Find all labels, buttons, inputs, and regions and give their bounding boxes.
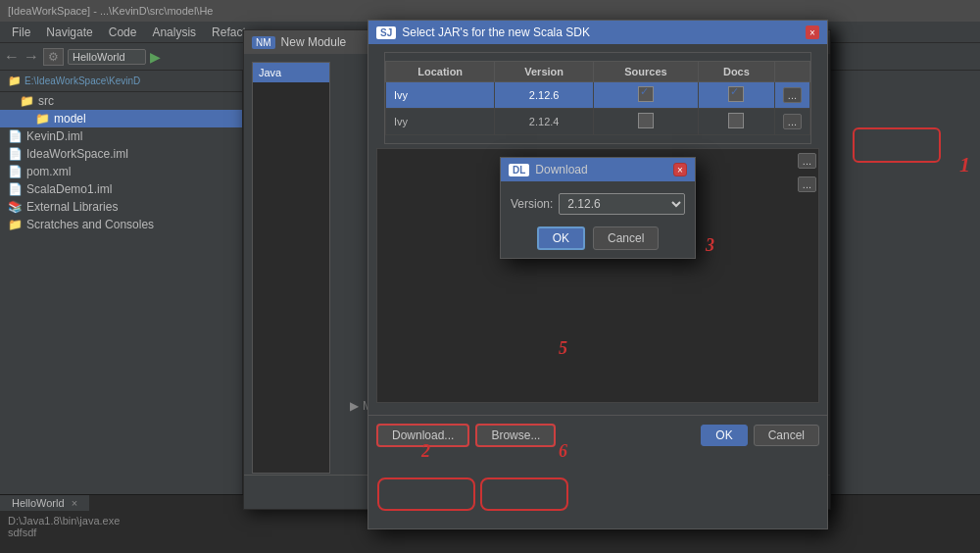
bottom-tab-label: HelloWorld [12,497,65,509]
dialog-download: DL Download × Version: 2.12.6 2.12.4 OK … [500,157,696,259]
select-jar-icon: SJ [376,26,396,39]
download-cancel-btn[interactable]: Cancel [593,226,659,250]
menu-code[interactable]: Code [101,24,145,41]
project-selector[interactable]: HelloWorld [68,49,146,65]
scratches-icon: 📁 [8,218,23,231]
tree-item-src[interactable]: 📁 src [0,92,242,110]
tree-item-label-src: src [38,94,54,108]
annotation-1: 1 [959,152,970,177]
kevind-file-icon: 📄 [8,129,23,143]
col-version: Version [495,62,594,82]
row1-sources-check[interactable] [638,86,654,102]
dialog-select-jar: SJ Select JAR's for the new Scala SDK × … [368,20,828,529]
jar-table-container: Location Version Sources Docs Ivy 2.12.6 [384,52,811,144]
model-folder-icon: 📁 [35,112,50,126]
select-jar-cancel-btn[interactable]: Cancel [754,425,819,446]
annotation-new-circle [853,127,941,163]
tree-item-label-ideaworkspace: IdeaWorkSpace.iml [26,147,128,161]
sidebar-project-label: 📁 [8,75,24,86]
tree-item-pom[interactable]: 📄 pom.xml [0,163,242,180]
download-buttons: OK Cancel [511,226,685,250]
row1-sources [593,82,698,109]
download-body: Version: 2.12.6 2.12.4 OK Cancel [501,181,695,258]
src-folder-icon: 📁 [20,94,34,108]
select-jar-close-btn[interactable]: × [806,25,819,39]
download-ok-btn[interactable]: OK [537,226,585,250]
col-actions [774,62,809,82]
sidebar-path: E:\IdeaWorkSpace\KevinD [24,75,140,86]
row1-docs-check[interactable] [728,86,744,102]
menu-analysis[interactable]: Analysis [144,24,204,41]
col-sources: Sources [593,62,698,82]
tree-item-scratches[interactable]: 📁 Scratches and Consoles [0,216,242,233]
back-icon[interactable]: ← [4,48,20,66]
menu-file[interactable]: File [4,24,38,41]
sidebar-header: 📁 E:\IdeaWorkSpace\KevinD [0,71,242,92]
ide-sidebar: 📁 E:\IdeaWorkSpace\KevinD 📁 src 📁 model … [0,71,243,553]
row2-ellipsis-btn[interactable]: ... [783,114,802,129]
build-icon[interactable]: ⚙ [43,48,64,66]
select-jar-title: Select JAR's for the new Scala SDK [402,25,590,39]
row1-location: Ivy [386,82,495,109]
row2-version: 2.12.4 [495,109,594,135]
download-title: Download [535,163,587,176]
tree-item-external-libs[interactable]: 📚 External Libraries [0,198,242,216]
tree-item-kevind[interactable]: 📄 KevinD.iml [0,127,242,145]
row1-version: 2.12.6 [495,82,594,109]
row1-docs [698,82,774,109]
tree-item-label-scalademo: ScalaDemo1.iml [26,182,112,196]
row1-ellipsis-btn[interactable]: ... [783,87,802,103]
ide-background: [IdeaWorkSpace] - ...\KevinD\src\model\H… [0,0,980,553]
select-jar-ok-btn[interactable]: OK [701,425,747,446]
menu-navigate[interactable]: Navigate [38,24,100,41]
row2-docs [698,109,774,135]
row2-location: Ivy [386,109,495,135]
pom-file-icon: 📄 [8,165,23,178]
download-version-row: Version: 2.12.6 2.12.4 [511,193,685,215]
tree-item-label-model: model [54,112,86,126]
new-module-title: New Module [281,35,347,49]
row2-actions: ... [774,109,809,135]
more-settings-arrow: ▶ [350,399,359,413]
select-jar-footer: Download... Browse... OK Cancel [368,415,827,455]
row2-sources-check[interactable] [638,113,654,128]
ide-title: [IdeaWorkSpace] - ...\KevinD\src\model\H… [8,5,214,17]
tree-item-scalademo[interactable]: 📄 ScalaDemo1.iml [0,180,242,198]
run-icon[interactable]: ▶ [150,49,161,65]
download-version-select[interactable]: 2.12.6 2.12.4 [559,193,685,215]
row2-sources [593,109,698,135]
module-type-java[interactable]: Java [253,63,329,82]
select-jar-titlebar: SJ Select JAR's for the new Scala SDK × [368,21,827,44]
jar-left-buttons: Download... Browse... [376,424,556,447]
tree-item-label-kevind: KevinD.iml [26,129,82,143]
tree-item-label-pom: pom.xml [26,165,71,178]
row2-docs-check[interactable] [728,113,744,128]
module-type-list: Java [252,62,330,474]
jar-table: Location Version Sources Docs Ivy 2.12.6 [385,61,810,135]
col-docs: Docs [698,62,774,82]
forward-icon[interactable]: → [24,48,39,66]
external-libs-icon: 📚 [8,200,23,214]
download-version-label: Version: [511,197,553,211]
download-close-btn[interactable]: × [673,163,687,176]
tree-item-label-scratches: Scratches and Consoles [26,218,154,231]
scalademo-file-icon: 📄 [8,182,23,196]
bottom-tab-helloworld[interactable]: HelloWorld × [0,495,90,511]
new-module-icon: NM [252,36,275,49]
tree-item-ideaworkspace[interactable]: 📄 IdeaWorkSpace.iml [0,145,242,163]
tree-item-label-external-libs: External Libraries [26,200,118,214]
jar-area-ellipsis2-btn[interactable]: ... [798,176,816,192]
download-icon: DL [509,164,529,176]
browse-btn[interactable]: Browse... [475,424,556,447]
download-titlebar: DL Download × [501,158,695,181]
row1-actions: ... [774,82,809,109]
table-row[interactable]: Ivy 2.12.6 ... [386,82,810,109]
tree-item-model[interactable]: 📁 model [0,110,242,127]
ideaworkspace-file-icon: 📄 [8,147,23,161]
download-btn[interactable]: Download... [376,424,469,447]
table-row[interactable]: Ivy 2.12.4 ... [386,109,810,135]
jar-right-buttons: OK Cancel [701,425,819,446]
bottom-tab-close[interactable]: × [72,497,77,509]
ide-titlebar: [IdeaWorkSpace] - ...\KevinD\src\model\H… [0,0,980,22]
jar-area-ellipsis1-btn[interactable]: ... [798,153,816,169]
